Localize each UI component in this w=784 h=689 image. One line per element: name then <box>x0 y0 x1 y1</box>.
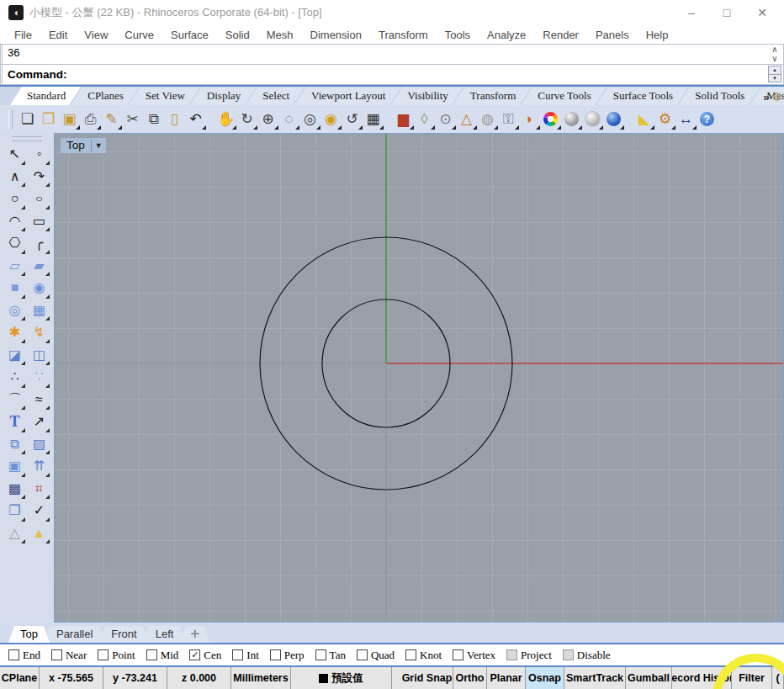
menu-edit[interactable]: Edit <box>41 27 75 43</box>
checkbox[interactable] <box>357 649 368 660</box>
split-icon[interactable]: ◫ <box>27 344 51 367</box>
curve-handles-icon[interactable]: ↷ <box>27 166 51 188</box>
menu-file[interactable]: File <box>7 27 40 43</box>
help-icon[interactable]: ? <box>697 109 718 130</box>
zoom-window-icon[interactable]: ◌ <box>278 109 299 130</box>
boolean-union-icon[interactable]: ✱ <box>3 321 27 344</box>
pyramid-icon[interactable]: ▲ <box>27 522 51 545</box>
status-layer[interactable]: 預設值 <box>291 667 392 689</box>
rotate-view-icon[interactable]: ↻ <box>236 109 257 130</box>
rebuild-curve-icon[interactable]: ≈ <box>27 389 51 411</box>
solid-box-icon[interactable]: ■ <box>3 277 27 299</box>
rectangle-icon[interactable]: ▭ <box>27 210 51 233</box>
render-sphere-icon[interactable] <box>603 109 624 130</box>
osnap-knot[interactable]: Knot <box>405 649 442 662</box>
shaded-mode-icon[interactable]: ◗ <box>519 109 540 130</box>
select-pointer-icon[interactable]: ↖ <box>3 143 27 166</box>
scale-icon[interactable]: ↗ <box>27 411 51 433</box>
viewport-menu-caret-icon[interactable]: ▼ <box>95 141 103 150</box>
tab-overflow-chevron-icon[interactable]: » <box>763 91 769 103</box>
viewport-top[interactable]: Top ▼ <box>54 133 784 623</box>
scroll-down-icon[interactable]: ∨ <box>768 54 781 63</box>
status-cplane[interactable]: CPlane <box>0 667 40 689</box>
array-grid-icon[interactable]: ▩ <box>3 478 27 501</box>
ghosted-sphere-icon[interactable] <box>582 109 603 130</box>
copy-icon[interactable]: ⧉ <box>143 109 164 130</box>
align-center-icon[interactable]: ⌗ <box>27 478 51 501</box>
status-units[interactable]: Millimeters <box>231 667 291 689</box>
save-file-icon[interactable]: ▣ <box>59 109 80 130</box>
fillet-curve-icon[interactable]: ⌒ <box>3 389 27 411</box>
osnap-vertex[interactable]: Vertex <box>453 649 495 662</box>
maximize-button[interactable]: □ <box>720 6 734 19</box>
vtab-parallel[interactable]: Parallel <box>45 626 104 643</box>
status-planar[interactable]: Planar <box>487 667 526 689</box>
close-button[interactable]: ✕ <box>755 6 769 19</box>
checkbox[interactable] <box>51 649 62 660</box>
spin-up-icon[interactable]: ▲ <box>769 66 781 75</box>
toolbar-settings-gear-icon[interactable]: ⚙ <box>771 90 782 103</box>
curve-corner-icon[interactable]: ╭ <box>27 232 51 255</box>
osnap-project[interactable]: Project <box>506 649 552 662</box>
vtab-front[interactable]: Front <box>99 626 148 643</box>
osnap-quad[interactable]: Quad <box>357 649 395 662</box>
menu-curve[interactable]: Curve <box>117 27 162 43</box>
status-record-history[interactable]: Record History <box>672 667 732 689</box>
lock-icon[interactable]: ⚿ <box>498 109 519 130</box>
osnap-end[interactable]: End <box>8 649 40 662</box>
boolean-difference-icon[interactable]: ∴ <box>3 366 27 389</box>
named-views-icon[interactable]: ▆ <box>393 109 414 130</box>
torus-icon[interactable]: ◎ <box>3 299 27 322</box>
tab-select[interactable]: Select <box>246 87 305 105</box>
tab-solid-tools[interactable]: Solid Tools <box>678 87 760 105</box>
osnap-cen[interactable]: Cen <box>189 649 221 662</box>
tab-display[interactable]: Display <box>190 87 256 105</box>
extrude-solid-icon[interactable]: ▣ <box>3 455 27 478</box>
polygon-icon[interactable]: ⎔ <box>3 232 27 255</box>
checkbox[interactable] <box>315 649 326 660</box>
hatch-icon[interactable]: ▨ <box>27 433 51 456</box>
osnap-mid[interactable]: Mid <box>146 649 179 662</box>
dimension-tool-icon[interactable]: ↔ <box>675 109 697 130</box>
status-smarttrack[interactable]: SmartTrack <box>564 667 626 689</box>
checkbox[interactable] <box>189 649 200 660</box>
render-colorwheel-icon[interactable] <box>540 109 561 130</box>
explode-icon[interactable]: ↯ <box>27 321 51 344</box>
cplane-icon[interactable]: ◊ <box>414 109 435 130</box>
checkbox[interactable] <box>232 649 243 660</box>
osnap-disable[interactable]: Disable <box>563 649 611 662</box>
minimize-button[interactable]: – <box>685 6 698 19</box>
command-spinner[interactable]: ▲ ▼ <box>768 66 781 82</box>
checkbox[interactable] <box>563 649 574 660</box>
tab-set-view[interactable]: Set View <box>129 87 200 105</box>
tab-curve-tools[interactable]: Curve Tools <box>521 87 607 105</box>
four-viewports-icon[interactable]: ▦ <box>363 109 384 130</box>
construction-circle-icon[interactable]: ⊙ <box>435 109 456 130</box>
surface-curved-icon[interactable]: ▰ <box>27 255 51 278</box>
tab-viewport-layout[interactable]: Viewport Layout <box>294 87 400 105</box>
extrude-arrows-icon[interactable]: ⇈ <box>27 455 51 478</box>
menu-view[interactable]: View <box>77 27 115 43</box>
solid-sphere-icon[interactable]: ◉ <box>27 277 51 299</box>
print-icon[interactable]: ⎙ <box>80 109 101 130</box>
status-grid-snap[interactable]: Grid Snap <box>401 667 453 689</box>
menu-dimension[interactable]: Dimension <box>303 27 369 43</box>
tab-standard[interactable]: Standard <box>10 87 81 105</box>
osnap-point[interactable]: Point <box>98 649 135 662</box>
status-filter[interactable]: Filter <box>732 667 772 689</box>
circle-icon[interactable]: ○ <box>3 188 27 210</box>
status-z[interactable]: z 0.000 <box>167 667 231 689</box>
ellipse-icon[interactable]: ○ <box>27 188 51 210</box>
raytrace-icon[interactable]: ◣ <box>633 109 654 130</box>
block-icon[interactable]: ⧉ <box>3 433 27 456</box>
point-icon[interactable]: ◦ <box>27 143 51 166</box>
checkbox[interactable] <box>8 649 19 660</box>
undo-icon[interactable]: ↶ <box>185 109 206 130</box>
control-point-curve-icon[interactable]: ∧ <box>3 166 27 188</box>
cut-icon[interactable]: ✂ <box>122 109 143 130</box>
status-osnap[interactable]: Osnap <box>526 667 564 689</box>
toolbar-grip[interactable] <box>8 110 13 129</box>
zoom-dynamic-icon[interactable]: ⊕ <box>257 109 278 130</box>
tab-visibility[interactable]: Visibility <box>390 87 463 105</box>
checkbox[interactable] <box>453 649 464 660</box>
